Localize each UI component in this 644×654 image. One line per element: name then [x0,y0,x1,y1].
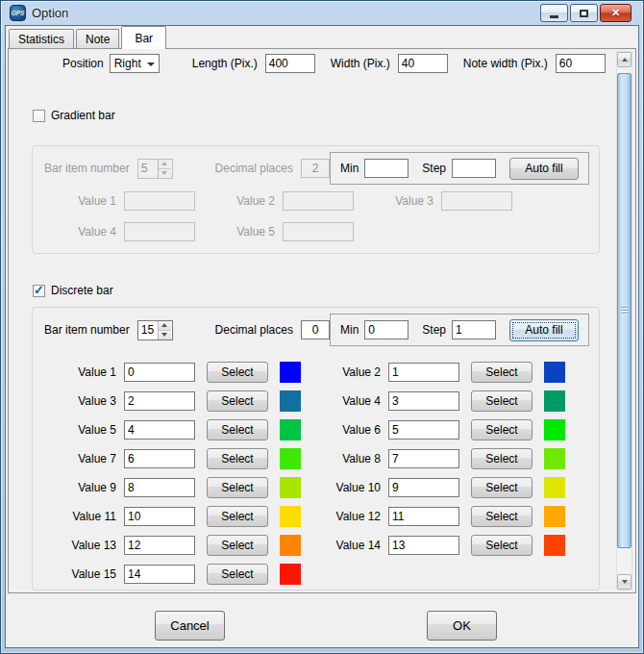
spinner-up-button[interactable] [159,321,171,330]
select-color-button[interactable]: Select [207,390,268,412]
discrete-autofill-button[interactable]: Auto fill [509,319,579,341]
discrete-step-input[interactable] [452,320,496,340]
gradient-autofill-button[interactable]: Auto fill [509,158,579,180]
restore-icon [580,10,588,17]
discrete-value-input[interactable] [124,391,195,411]
spinner-up-button [159,160,171,168]
scrollbar-up-button[interactable] [617,52,632,67]
discrete-value-input[interactable] [388,536,459,555]
length-input[interactable] [265,54,315,73]
cancel-button[interactable]: Cancel [155,611,225,641]
select-color-button[interactable]: Select [471,419,533,440]
discrete-bar-item-number-input[interactable] [138,321,158,340]
discrete-value-input[interactable] [124,507,195,526]
select-color-button[interactable]: Select [207,362,268,383]
discrete-value-label: Value 9 [63,481,116,494]
discrete-decimal-places-input[interactable] [301,320,330,340]
discrete-value-input[interactable] [124,363,195,382]
color-swatch [544,390,565,412]
color-swatch [544,419,565,440]
discrete-value-label: Value 11 [63,510,116,523]
dialog-footer: Cancel OK [6,593,638,646]
select-color-button[interactable]: Select [471,362,533,383]
triangle-down-icon [161,333,167,337]
note-width-input[interactable] [556,54,606,73]
discrete-header-row: Bar item number Decimal places Min Step [33,312,599,348]
select-color-button[interactable]: Select [471,477,533,498]
discrete-decimal-places-label: Decimal places [215,323,293,337]
position-label: Position [62,57,104,70]
discrete-value-item: Value 11Select [63,506,301,527]
select-color-button[interactable]: Select [207,448,268,469]
discrete-value-item: Value 14Select [328,535,565,556]
discrete-value-item: Value 2Select [328,362,565,383]
width-input[interactable] [398,54,448,73]
gradient-min-input[interactable] [364,159,409,178]
select-color-button[interactable]: Select [471,390,533,412]
discrete-value-input[interactable] [124,449,195,468]
discrete-value-label: Value 12 [328,510,381,523]
ok-button[interactable]: OK [427,611,497,641]
triangle-down-icon [622,580,628,584]
close-button[interactable]: ✕ [600,4,632,22]
position-select[interactable]: Right [110,54,160,73]
discrete-value-label: Value 2 [328,365,381,379]
discrete-value-label: Value 8 [328,452,381,465]
select-color-button[interactable]: Select [207,535,268,556]
select-color-button[interactable]: Select [207,419,268,440]
gradient-step-input[interactable] [452,159,496,178]
discrete-value-input[interactable] [124,536,195,555]
tab-statistics[interactable]: Statistics [9,29,74,48]
chevron-down-icon [147,63,155,66]
discrete-value-input[interactable] [124,565,195,584]
minimize-button[interactable] [540,4,568,22]
discrete-value-input[interactable] [388,391,459,411]
restore-button[interactable] [570,4,598,22]
select-color-button[interactable]: Select [471,506,533,527]
discrete-value-input[interactable] [124,478,195,497]
color-swatch [280,390,301,412]
select-color-button[interactable]: Select [207,477,268,498]
bar-tab-panel: Position Right Length (Pix.) Width (Pix.… [8,48,636,593]
discrete-value-input[interactable] [388,478,459,497]
gradient-value-item: Value 4 [63,221,195,242]
discrete-value-input[interactable] [124,420,195,440]
discrete-value-input[interactable] [388,363,459,382]
discrete-value-label: Value 6 [328,423,381,437]
color-swatch [280,477,301,498]
gradient-checkbox[interactable] [33,110,45,122]
gradient-value-label: Value 1 [63,194,116,208]
select-color-button[interactable]: Select [471,535,533,556]
discrete-value-label: Value 14 [328,539,381,552]
select-color-button[interactable]: Select [207,564,268,585]
gradient-step-label: Step [422,162,446,175]
spinner-down-button[interactable] [159,330,171,340]
triangle-down-icon [161,171,167,175]
discrete-checkbox[interactable] [33,285,45,297]
discrete-value-label: Value 5 [63,423,116,437]
gradient-value-label: Value 5 [222,225,275,239]
select-color-button[interactable]: Select [471,448,533,469]
discrete-bar-item-number-label: Bar item number [44,323,130,337]
discrete-min-input[interactable] [364,320,409,340]
color-swatch [280,419,301,440]
window-controls: ✕ [538,4,632,22]
position-selected-value: Right [114,57,141,70]
discrete-value-item: Value 5Select [63,419,301,440]
scrollbar-down-button[interactable] [617,574,632,590]
discrete-value-label: Value 1 [63,365,116,379]
tab-bar[interactable]: Bar [121,26,166,49]
discrete-min-label: Min [340,323,359,337]
color-swatch [544,535,565,556]
discrete-value-input[interactable] [388,507,459,526]
scrollbar-thumb[interactable] [617,73,632,548]
discrete-value-input[interactable] [388,449,459,468]
tab-note[interactable]: Note [76,29,119,48]
discrete-value-label: Value 3 [63,394,116,408]
discrete-value-item: Value 6Select [328,419,565,440]
discrete-value-input[interactable] [388,420,459,440]
triangle-up-icon [161,323,167,327]
select-color-button[interactable]: Select [207,506,268,527]
gradient-value-item: Value 3 [381,190,512,212]
discrete-value-label: Value 15 [63,567,116,581]
